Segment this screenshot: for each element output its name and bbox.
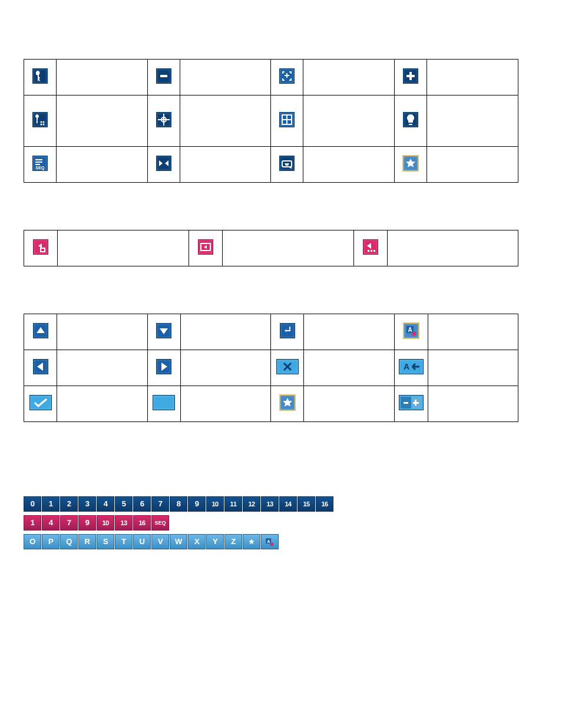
icon-table-2 bbox=[24, 230, 518, 266]
chip-2: 2 bbox=[60, 496, 78, 512]
svg-rect-15 bbox=[41, 248, 45, 252]
label bbox=[304, 350, 394, 386]
label bbox=[56, 95, 147, 147]
svg-rect-22 bbox=[412, 332, 416, 335]
label bbox=[180, 314, 270, 350]
label bbox=[223, 230, 354, 266]
label bbox=[427, 60, 518, 95]
chip-6: 6 bbox=[133, 496, 151, 512]
label bbox=[388, 230, 518, 266]
icon-table-3: A A bbox=[24, 314, 518, 422]
chip-11: 11 bbox=[224, 496, 242, 512]
shuffle-icon bbox=[156, 156, 171, 171]
chip-3: 3 bbox=[78, 496, 96, 512]
seq-icon: SEQ bbox=[32, 156, 48, 171]
chip-9: 9 bbox=[78, 515, 96, 531]
chip-12: 12 bbox=[243, 496, 260, 512]
chip-a: A bbox=[261, 534, 279, 549]
svg-point-3 bbox=[40, 121, 42, 123]
number-strip-pink: 1479101316SEQ bbox=[24, 515, 538, 531]
chip-seq: SEQ bbox=[151, 515, 169, 531]
chip-o: O bbox=[24, 534, 41, 549]
label bbox=[427, 147, 518, 183]
a-back-icon: A bbox=[399, 359, 424, 374]
label bbox=[427, 95, 518, 147]
inbox-icon bbox=[279, 156, 295, 171]
label bbox=[58, 230, 189, 266]
right-arrow-icon bbox=[156, 359, 171, 374]
star-frame-icon bbox=[402, 155, 419, 172]
enter-icon bbox=[280, 323, 295, 338]
chip-16: 16 bbox=[133, 515, 151, 531]
key-dots-icon bbox=[32, 112, 48, 127]
plus-icon bbox=[403, 68, 418, 84]
chip-15: 15 bbox=[297, 496, 315, 512]
chip-16: 16 bbox=[316, 496, 333, 512]
label bbox=[56, 147, 147, 183]
label bbox=[428, 386, 518, 422]
minus-icon bbox=[156, 68, 171, 84]
svg-rect-31 bbox=[270, 542, 273, 545]
label bbox=[428, 314, 518, 350]
chip-8: 8 bbox=[170, 496, 187, 512]
star-frame2-icon bbox=[279, 394, 296, 411]
chip-13: 13 bbox=[261, 496, 279, 512]
chip-y: Y bbox=[206, 534, 224, 549]
chip-x: X bbox=[188, 534, 206, 549]
plus-minus-toggle-icon bbox=[399, 395, 424, 410]
icon-table-1: SEQ bbox=[24, 59, 518, 183]
chip-5: 5 bbox=[115, 496, 133, 512]
svg-rect-19 bbox=[373, 250, 375, 252]
plus-minus-bracket-icon bbox=[279, 68, 295, 84]
a-box-icon: A bbox=[403, 322, 419, 339]
label bbox=[57, 350, 147, 386]
svg-text:A: A bbox=[408, 327, 412, 333]
label bbox=[56, 60, 147, 95]
up-arrow-icon bbox=[33, 323, 48, 338]
chip-4: 4 bbox=[42, 515, 59, 531]
chip-13: 13 bbox=[115, 515, 133, 531]
svg-rect-26 bbox=[404, 402, 408, 404]
letter-strip-light: OPQRSTUVWXYZA bbox=[24, 534, 538, 549]
left-arrow-icon bbox=[33, 359, 48, 374]
chip-* bbox=[243, 534, 260, 549]
back-dots-icon bbox=[363, 239, 378, 255]
lightbulb-icon bbox=[403, 112, 418, 127]
check-icon bbox=[29, 395, 52, 410]
label bbox=[303, 95, 395, 147]
label bbox=[303, 147, 395, 183]
svg-text:A: A bbox=[404, 362, 409, 371]
svg-point-4 bbox=[42, 121, 44, 123]
chip-10: 10 bbox=[97, 515, 114, 531]
chip-p: P bbox=[42, 534, 59, 549]
chip-0: 0 bbox=[24, 496, 41, 512]
label bbox=[428, 350, 518, 386]
chip-s: S bbox=[97, 534, 114, 549]
svg-rect-28 bbox=[413, 402, 419, 404]
crosshair-icon bbox=[156, 112, 171, 127]
label bbox=[180, 350, 270, 386]
chip-1: 1 bbox=[42, 496, 59, 512]
back-box-icon bbox=[33, 239, 48, 255]
svg-point-6 bbox=[42, 124, 44, 126]
chip-14: 14 bbox=[279, 496, 297, 512]
key-icon bbox=[32, 68, 48, 84]
svg-text:SEQ: SEQ bbox=[36, 166, 45, 170]
chip-q: Q bbox=[60, 534, 78, 549]
label bbox=[303, 60, 395, 95]
chip-r: R bbox=[78, 534, 96, 549]
chip-w: W bbox=[170, 534, 187, 549]
box-crosshair-icon bbox=[279, 112, 295, 127]
chip-t: T bbox=[115, 534, 133, 549]
label bbox=[304, 314, 394, 350]
label bbox=[180, 60, 271, 95]
svg-rect-2 bbox=[406, 75, 415, 77]
chip-7: 7 bbox=[151, 496, 169, 512]
label bbox=[304, 386, 394, 422]
number-strip-dark: 012345678910111213141516 bbox=[24, 496, 538, 512]
chip-10: 10 bbox=[206, 496, 224, 512]
chip-z: Z bbox=[224, 534, 242, 549]
svg-point-5 bbox=[40, 124, 42, 126]
blank-button-icon bbox=[153, 395, 175, 410]
chip-1: 1 bbox=[24, 515, 41, 531]
